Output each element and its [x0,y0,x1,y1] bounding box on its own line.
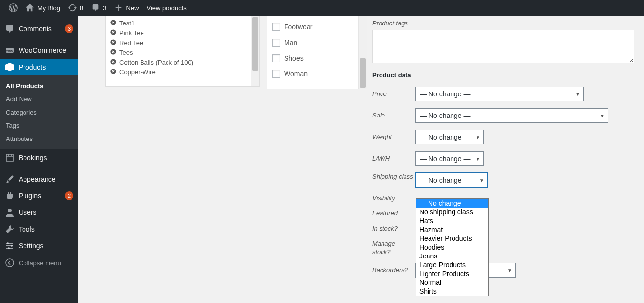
category-label: Shoes [284,54,304,62]
scrollbar-thumb[interactable] [360,58,366,88]
plugin-icon [5,191,15,201]
plugins-badge: 2 [65,191,73,200]
checkbox[interactable] [272,39,280,47]
user-icon [5,208,15,217]
sidebar-item-products[interactable]: Products [0,59,78,75]
sidebar-item-plugins[interactable]: Plugins 2 [0,187,78,204]
field-label: Visibility [372,194,415,203]
category-item[interactable]: Footwear [272,19,354,35]
sidebar-item-label: Tools [19,225,73,233]
field-label: Sale [372,112,415,120]
submenu-categories[interactable]: Categories [0,106,78,119]
bulk-product-item: Red Tee [110,38,247,47]
sidebar-item-label: Products [19,63,73,71]
checkbox[interactable] [272,54,280,62]
comments-badge: 3 [65,24,73,33]
sidebar-item-label: WooCommerce [19,47,73,54]
pages-icon [5,16,15,17]
remove-icon[interactable] [110,48,117,57]
row-sale: Sale — No change —▼ [372,108,637,123]
products-icon [5,62,15,72]
row-shipping-class: Shipping class — No change —▼ [372,173,637,187]
bulk-product-title: Cotton Balls (Pack of 100) [119,59,193,66]
row-instock: In stock? [372,225,637,233]
remove-icon[interactable] [110,29,117,37]
svg-point-6 [6,259,14,267]
submenu-add-new[interactable]: Add New [0,93,78,106]
weight-select[interactable]: — No change —▼ [415,130,484,144]
bulk-product-item: Cotton Balls (Pack of 100) [110,57,247,67]
shipping-class-option[interactable]: Hazmat [416,225,488,234]
field-label: Price [372,90,415,98]
shipping-class-option[interactable]: Shirts [416,287,488,296]
tags-label: Product tags [372,20,637,27]
sidebar-item-tools[interactable]: Tools [0,221,78,237]
shipping-class-option[interactable]: Heavier Products [416,234,488,243]
woocommerce-icon: woo [5,46,15,55]
shipping-class-dropdown-open: — No change —No shipping classHatsHazmat… [416,198,489,296]
submenu-all-products[interactable]: All Products [0,79,78,93]
category-label: Man [284,39,297,47]
category-item[interactable]: Man [272,35,354,50]
admin-sidebar: Pages Comments 3 woo WooCommerce Product… [0,16,78,303]
ab-view-products[interactable]: View products [143,0,190,16]
scrollbar-thumb[interactable] [252,17,258,71]
shipping-class-option[interactable]: Large Products [416,260,488,269]
checkbox[interactable] [272,70,280,78]
remove-icon[interactable] [110,19,117,27]
remove-icon[interactable] [110,39,117,47]
sidebar-item-label: Settings [19,242,73,250]
chevron-down-icon: ▼ [575,92,580,97]
sidebar-item-pages[interactable]: Pages [0,16,78,21]
remove-icon[interactable] [110,68,117,76]
ab-wp-logo[interactable] [5,0,22,16]
checkbox[interactable] [272,23,280,31]
row-backorders: Backorders? ▼ [372,263,637,278]
shipping-class-option[interactable]: Hoodies [416,243,488,252]
submenu-tags[interactable]: Tags [0,119,78,132]
scrollbar[interactable] [251,16,259,86]
chevron-down-icon: ▼ [479,178,484,183]
shipping-class-option[interactable]: No shipping class [416,208,488,216]
sidebar-item-settings[interactable]: Settings [0,237,78,254]
sidebar-item-label: Appearance [19,175,73,183]
sale-select[interactable]: — No change —▼ [415,108,608,123]
sidebar-collapse[interactable]: Collapse menu [0,254,78,272]
sidebar-item-label: Pages [19,16,73,16]
row-manage-stock: Manage stock? [372,240,637,256]
sidebar-item-woocommerce[interactable]: woo WooCommerce [0,42,78,59]
ab-new[interactable]: New [110,0,143,16]
sidebar-item-comments[interactable]: Comments 3 [0,21,78,37]
chevron-down-icon: ▼ [476,156,480,162]
ab-comments[interactable]: 3 [87,0,110,16]
ab-comments-count: 3 [103,4,106,12]
product-tags-input[interactable] [372,30,634,63]
shipping-class-option[interactable]: Hats [416,216,488,225]
sidebar-item-appearance[interactable]: Appearance [0,171,78,187]
field-label: Featured [372,210,415,218]
shipping-class-option[interactable]: Normal [416,278,488,287]
sidebar-submenu-products: All Products Add New Categories Tags Att… [0,75,78,149]
ab-site-name[interactable]: My Blog [22,0,64,16]
field-label: Weight [372,133,415,141]
shipping-class-option[interactable]: Lighter Products [416,269,488,278]
submenu-attributes[interactable]: Attributes [0,132,78,145]
price-select[interactable]: — No change —▼ [415,87,584,101]
category-item[interactable]: Shoes [272,50,354,66]
field-label: L/W/H [372,155,415,163]
update-icon [68,3,77,12]
lwh-select[interactable]: — No change —▼ [415,151,484,166]
ab-updates[interactable]: 8 [64,0,87,16]
sidebar-item-bookings[interactable]: Bookings [0,149,78,166]
category-item[interactable]: Woman [272,66,354,82]
shipping-class-option[interactable]: — No change — [416,199,488,208]
shipping-class-option[interactable]: Jeans [416,252,488,260]
bulk-product-item: Tees [110,47,247,57]
calendar-icon [5,153,15,163]
scrollbar[interactable] [358,16,367,89]
sidebar-item-users[interactable]: Users [0,204,78,221]
field-label: In stock? [372,225,415,233]
remove-icon[interactable] [110,58,117,67]
shipping-class-select[interactable]: — No change —▼ [415,173,488,187]
tools-icon [5,224,15,234]
